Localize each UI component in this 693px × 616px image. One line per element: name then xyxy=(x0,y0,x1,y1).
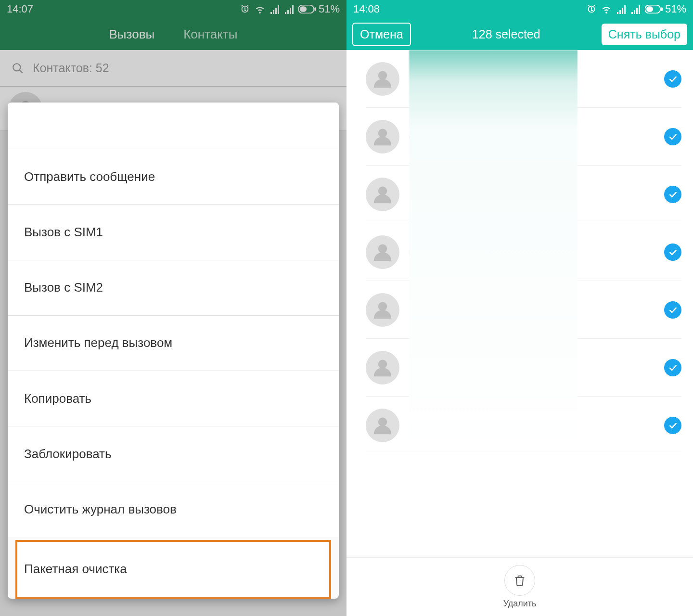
menu-edit-before-call[interactable]: Изменить перед вызовом xyxy=(8,315,339,371)
item-subtext: ин. 43 с... xyxy=(409,305,664,316)
outgoing-icon xyxy=(409,306,417,314)
svg-point-11 xyxy=(378,244,387,253)
checkmark-icon[interactable] xyxy=(664,244,681,261)
avatar xyxy=(366,120,399,154)
trash-icon xyxy=(513,574,526,587)
screen-selection: 14:08 51% Отмена 128 selected Снять выбо… xyxy=(346,0,693,616)
sim-badge: 2 xyxy=(424,132,433,141)
delete-button[interactable] xyxy=(504,565,535,596)
list-item[interactable]: .1 xyxy=(346,397,693,454)
selection-header: Отмена 128 selected Снять выбор xyxy=(346,18,693,50)
cancel-button[interactable]: Отмена xyxy=(352,23,411,46)
avatar xyxy=(366,351,399,385)
avatar xyxy=(366,293,399,327)
deselect-all-button[interactable]: Снять выбор xyxy=(602,24,687,45)
svg-point-12 xyxy=(378,302,387,311)
list-item[interactable]: ин. 43 с... xyxy=(346,281,693,339)
item-subtext: ин. 35 с... xyxy=(409,247,664,258)
menu-batch-cleanup[interactable]: Пакетная очистка xyxy=(15,540,331,599)
menu-block[interactable]: Заблокировать xyxy=(8,426,339,481)
avatar xyxy=(366,235,399,269)
avatar xyxy=(366,409,399,442)
item-info: .1 xyxy=(409,420,664,431)
item-subtext: .1 xyxy=(409,420,664,431)
menu-call-sim1[interactable]: Вызов с SIM1 xyxy=(8,204,339,259)
avatar xyxy=(366,178,399,211)
contact-list[interactable]: ек.2ин. 35 с...ин. 43 с....1 xyxy=(346,50,693,557)
list-item[interactable]: ек.2 xyxy=(346,108,693,166)
modal-list: Отправить сообщение Вызов с SIM1 Вызов с… xyxy=(8,149,339,599)
item-info: ин. 35 с... xyxy=(409,247,664,258)
alarm-icon xyxy=(586,4,597,14)
battery-indicator: 51% xyxy=(645,3,686,15)
battery-percent: 51% xyxy=(665,3,686,15)
selection-title: 128 selected xyxy=(472,27,540,41)
context-menu: Отправить сообщение Вызов с SIM1 Вызов с… xyxy=(8,103,339,599)
sim-badge: 1 xyxy=(415,421,424,430)
menu-copy[interactable]: Копировать xyxy=(8,371,339,426)
statusbar: 14:08 51% xyxy=(346,0,693,18)
delete-label: Удалить xyxy=(503,599,537,609)
menu-call-sim2[interactable]: Вызов с SIM2 xyxy=(8,260,339,315)
checkmark-icon[interactable] xyxy=(664,301,681,319)
svg-point-13 xyxy=(378,360,387,369)
menu-send-message[interactable]: Отправить сообщение xyxy=(8,149,339,204)
modal-header xyxy=(8,103,339,149)
checkmark-icon[interactable] xyxy=(664,128,681,145)
svg-point-10 xyxy=(378,187,387,195)
screen-calls-menu: 14:07 51% Вызовы Контакты Контактов: 52 … xyxy=(0,0,346,616)
checkmark-icon[interactable] xyxy=(664,186,681,203)
list-item[interactable] xyxy=(346,50,693,108)
list-item[interactable] xyxy=(346,339,693,397)
svg-rect-6 xyxy=(646,6,653,12)
signal-icon xyxy=(630,4,641,14)
item-subtext: ек.2 xyxy=(409,131,664,142)
list-item[interactable]: ин. 35 с... xyxy=(346,223,693,281)
avatar xyxy=(366,62,399,96)
checkmark-icon[interactable] xyxy=(664,417,681,434)
list-item[interactable] xyxy=(346,166,693,223)
checkmark-icon[interactable] xyxy=(664,359,681,376)
svg-point-14 xyxy=(378,418,387,426)
status-time: 14:08 xyxy=(353,3,380,15)
status-icons-right: 51% xyxy=(586,3,686,15)
svg-point-9 xyxy=(378,129,387,138)
checkmark-icon[interactable] xyxy=(664,70,681,88)
svg-rect-7 xyxy=(661,7,663,11)
signal-icon xyxy=(616,4,627,14)
menu-clear-call-log[interactable]: Очистить журнал вызовов xyxy=(8,482,339,537)
item-info: ин. 43 с... xyxy=(409,305,664,316)
bottom-toolbar: Удалить xyxy=(346,557,693,616)
svg-point-8 xyxy=(378,71,387,80)
wifi-icon xyxy=(601,4,612,14)
item-info: ек.2 xyxy=(409,131,664,142)
